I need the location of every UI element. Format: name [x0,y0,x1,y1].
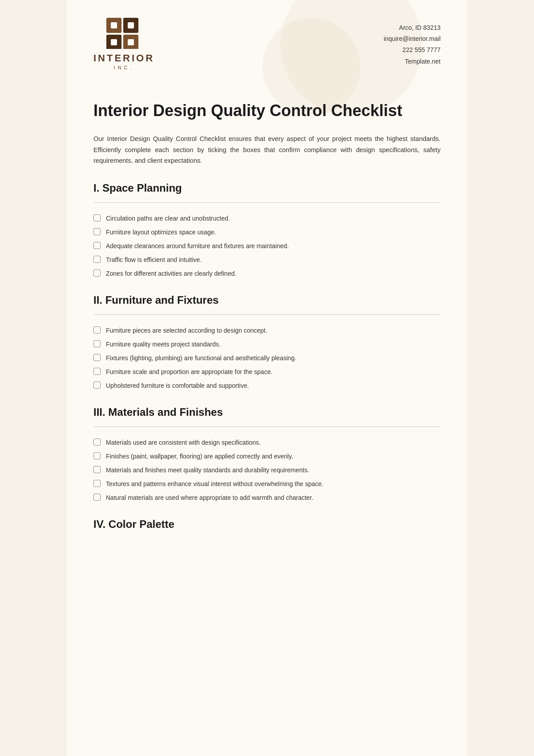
logo-icon [106,18,142,49]
company-phone: 222 555 7777 [384,44,441,56]
list-item: Zones for different activities are clear… [93,269,441,278]
list-item: Materials used are consistent with desig… [93,438,441,447]
list-item: Circulation paths are clear and unobstru… [93,214,441,223]
logo-area: INTERIOR INC. [93,18,154,70]
list-item: Traffic flow is efficient and intuitive. [93,255,441,265]
checklist-I: Circulation paths are clear and unobstru… [93,214,441,278]
checkbox[interactable] [93,368,101,375]
section-title-II: II. Furniture and Fixtures [93,294,441,306]
checkbox[interactable] [93,228,101,235]
checkbox[interactable] [93,340,101,347]
section-title-IV: IV. Color Palette [93,518,441,531]
header: INTERIOR INC. Arco, ID 83213 inquire@int… [67,0,467,79]
document-title: Interior Design Quality Control Checklis… [93,101,441,120]
page: INTERIOR INC. Arco, ID 83213 inquire@int… [67,0,467,756]
list-item: Finishes (paint, wallpaper, flooring) ar… [93,452,441,461]
divider-III [93,426,441,427]
svg-rect-5 [128,22,134,28]
list-item: Fixtures (lighting, plumbing) are functi… [93,354,441,363]
checkbox[interactable] [93,438,101,446]
list-item: Materials and finishes meet quality stan… [93,466,441,475]
checkbox[interactable] [93,326,101,334]
contact-info: Arco, ID 83213 inquire@interior.mail 222… [384,18,441,67]
checkbox[interactable] [93,242,101,249]
company-name: INTERIOR [93,52,154,64]
list-item: Adequate clearances around furniture and… [93,241,441,251]
checkbox[interactable] [93,480,101,487]
divider-II [93,314,441,315]
svg-rect-4 [111,22,117,28]
list-item: Upholstered furniture is comfortable and… [93,381,441,390]
svg-rect-7 [128,39,134,45]
intro-paragraph: Our Interior Design Quality Control Chec… [93,133,441,166]
main-content: Interior Design Quality Control Checklis… [67,79,467,565]
list-item: Furniture quality meets project standard… [93,340,441,349]
list-item: Furniture pieces are selected according … [93,326,441,335]
list-item: Furniture scale and proportion are appro… [93,367,441,377]
checkbox[interactable] [93,466,101,473]
checkbox[interactable] [93,382,101,389]
checkbox[interactable] [93,452,101,459]
section-title-III: III. Materials and Finishes [93,406,441,418]
checklist-III: Materials used are consistent with desig… [93,438,441,503]
checkbox[interactable] [93,354,101,361]
checkbox[interactable] [93,214,101,221]
list-item: Textures and patterns enhance visual int… [93,479,441,489]
svg-rect-6 [111,39,117,45]
company-sub: INC. [114,65,134,70]
company-address: Arco, ID 83213 [384,22,441,33]
checkbox[interactable] [93,269,101,277]
divider-I [93,202,441,203]
company-email: inquire@interior.mail [384,33,441,44]
checklist-II: Furniture pieces are selected according … [93,326,441,390]
checkbox[interactable] [93,256,101,263]
list-item: Natural materials are used where appropr… [93,493,441,503]
section-title-I: I. Space Planning [93,182,441,194]
checkbox[interactable] [93,494,101,501]
company-website: Template.net [384,56,441,67]
list-item: Furniture layout optimizes space usage. [93,228,441,237]
